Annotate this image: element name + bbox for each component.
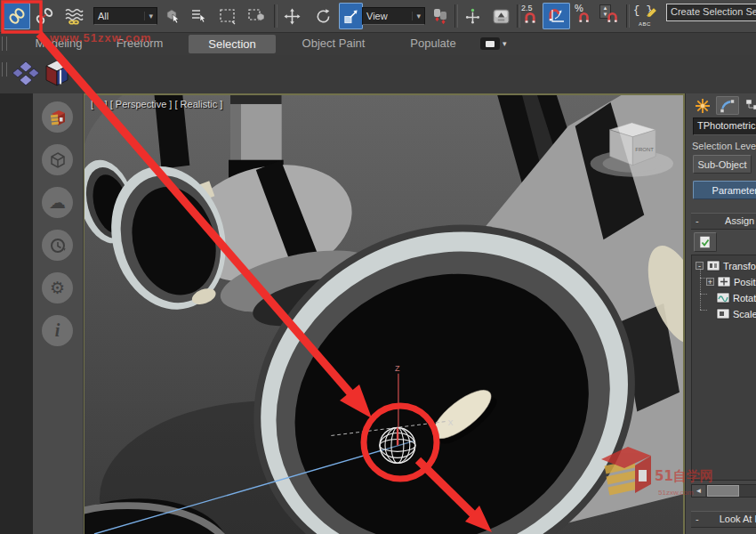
tab-hierarchy[interactable] <box>741 96 756 115</box>
light-gizmo-sphere[interactable] <box>380 427 415 463</box>
editable-poly-cube-icon[interactable] <box>43 57 71 91</box>
magnet-icon <box>524 12 537 25</box>
tab-modify[interactable] <box>716 96 739 115</box>
viewcube-front-label: FRONT <box>635 147 654 152</box>
named-selection-set-field[interactable]: Create Selection Set <box>666 4 756 21</box>
angle-snap-toggle-button[interactable] <box>543 3 570 29</box>
use-pivot-point-center-button[interactable] <box>428 3 452 29</box>
sidebar-item-cloud[interactable]: ☁ <box>42 187 73 218</box>
window-crossing-toggle-button[interactable] <box>243 3 269 29</box>
tree-node-rotation[interactable]: Rotation <box>716 292 756 303</box>
selection-filter-dropdown[interactable]: All ▾ <box>93 7 157 25</box>
modify-curve-icon <box>720 98 736 114</box>
rectangular-selection-region-button[interactable] <box>214 3 240 29</box>
tree-horizontal-scrollbar[interactable]: ◄ <box>691 484 756 498</box>
gear-icon: ⚙ <box>50 278 65 298</box>
select-and-rotate-button[interactable] <box>310 3 336 29</box>
select-cursor-icon <box>164 7 181 25</box>
viewport-render: FRONT Z X <box>84 95 683 534</box>
move-arrows-icon <box>284 8 301 25</box>
sidebar-item-cube[interactable] <box>42 144 73 175</box>
tab-selection[interactable]: Selection <box>189 35 276 53</box>
cube-icon <box>49 151 67 169</box>
scrollbar-thumb[interactable] <box>707 485 739 497</box>
tree-node-position[interactable]: + Position <box>706 276 756 287</box>
clock-icon <box>49 237 67 255</box>
bind-to-space-warp-button[interactable] <box>60 3 87 29</box>
object-name-field[interactable]: TPhotometric <box>693 117 756 135</box>
keyboard-key-up-icon <box>492 8 511 25</box>
scroll-left-icon[interactable]: ◄ <box>692 485 705 497</box>
magnet-icon <box>607 12 619 24</box>
edit-named-selection-sets-button[interactable]: { } ABC <box>631 3 662 29</box>
assign-check-icon <box>698 235 712 249</box>
abc-label: ABC <box>639 21 651 27</box>
broken-chain-icon <box>36 7 53 25</box>
select-and-move-button[interactable] <box>278 3 305 29</box>
angle-magnet-icon <box>547 6 567 26</box>
tab-object-paint[interactable]: Object Paint <box>294 32 374 55</box>
pivot-center-icon <box>431 7 449 25</box>
3ds-max-window: All ▾ View ▾ <box>0 0 756 534</box>
ribbon-config-dropdown[interactable]: ▾ <box>480 36 507 51</box>
manipulate-cross-icon <box>463 8 480 25</box>
assign-controller-rollout[interactable]: - Assign Controller <box>691 213 756 230</box>
spinner-snap-toggle-button[interactable]: ▲▼ <box>597 3 621 29</box>
tab-freeform[interactable]: Freeform <box>107 32 173 55</box>
reference-coordinate-dropdown[interactable]: View ▾ <box>362 7 425 25</box>
left-icon-sidebar: ☁ ⚙ i <box>33 93 84 534</box>
controller-tree[interactable]: - Transform + Position Rotation Scale <box>691 255 756 481</box>
magnet-icon <box>578 12 591 24</box>
main-toolbar: All ▾ View ▾ <box>0 0 756 33</box>
select-and-link-button[interactable] <box>3 3 30 29</box>
tab-create[interactable] <box>691 96 714 115</box>
chevron-down-icon: ▾ <box>503 39 507 48</box>
x-axis-label: X <box>448 418 454 427</box>
scale-arrow-icon <box>342 8 359 25</box>
ribbon-drag-handle[interactable] <box>2 36 7 51</box>
look-at-rollout[interactable]: - Look At Parameters <box>691 511 756 528</box>
keyboard-shortcut-override-button[interactable] <box>487 3 514 29</box>
polygon-modeling-grid-icon[interactable] <box>11 59 41 89</box>
select-object-button[interactable] <box>160 3 185 29</box>
perspective-viewport[interactable]: FRONT Z X [ + ] [ Perspective ] [ Realis… <box>83 93 685 534</box>
select-by-name-button[interactable] <box>187 3 212 29</box>
ribbon-panel-row <box>0 55 756 93</box>
position-icon <box>717 276 731 287</box>
snaps-toggle-button[interactable]: 2.5 <box>519 3 543 29</box>
ribbon-panel-handle[interactable] <box>2 62 7 77</box>
tab-modeling[interactable]: Modeling <box>27 32 91 55</box>
tab-populate[interactable]: Populate <box>398 32 468 55</box>
tree-node-transform[interactable]: - Transform <box>696 260 756 271</box>
scale-icon <box>716 308 730 320</box>
assign-controller-title: Assign Controller <box>725 215 756 226</box>
ribbon-tab-bar: Modeling Freeform Selection Object Paint… <box>0 32 756 55</box>
viewport-label[interactable]: [ + ] [ Perspective ] [ Realistic ] <box>91 99 222 109</box>
assign-controller-button[interactable] <box>694 232 717 252</box>
sidebar-item-settings[interactable]: ⚙ <box>42 272 73 303</box>
dashed-rectangle-cube-icon <box>247 7 265 25</box>
parameters-button[interactable]: Parameters <box>693 181 756 199</box>
sub-object-button[interactable]: Sub-Object <box>693 155 752 174</box>
tree-node-scale[interactable]: Scale <box>716 308 756 320</box>
info-icon: i <box>55 320 60 341</box>
look-at-title: Look At Parameters <box>720 514 756 524</box>
create-star-icon <box>695 98 711 114</box>
pencil-icon <box>646 5 657 17</box>
sidebar-item-history[interactable] <box>42 230 73 261</box>
unlink-selection-button[interactable] <box>32 3 57 29</box>
hierarchy-boxes-icon <box>744 98 756 114</box>
select-and-scale-button[interactable] <box>339 3 363 29</box>
collapse-box-icon[interactable]: - <box>696 262 704 270</box>
expand-box-icon[interactable]: + <box>706 278 714 286</box>
sidebar-item-info[interactable]: i <box>42 315 73 346</box>
toolbar-separator <box>274 4 277 28</box>
percent-snap-toggle-button[interactable]: % <box>573 3 595 29</box>
rotation-icon <box>716 292 730 303</box>
dashed-rectangle-icon <box>219 7 237 25</box>
ribbon-config-icon <box>480 37 500 50</box>
select-and-manipulate-button[interactable] <box>459 3 484 29</box>
chevron-down-icon: ▾ <box>144 12 153 20</box>
sidebar-item-max-app[interactable] <box>42 101 73 133</box>
rotate-circle-icon <box>315 8 332 25</box>
